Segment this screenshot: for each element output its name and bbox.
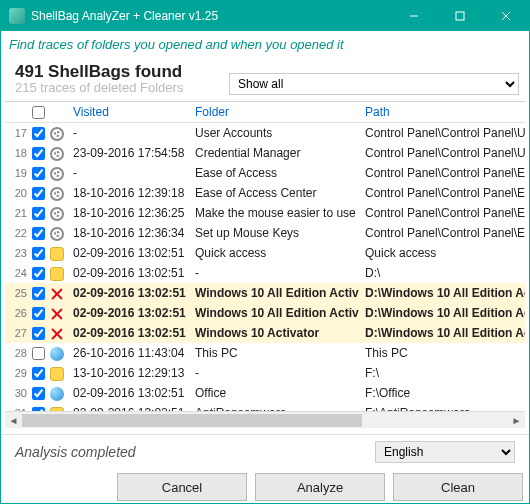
row-folder: Windows 10 All Edition Activator — [189, 303, 359, 323]
row-icon-gear — [47, 203, 67, 223]
shellbags-table: Visited Folder Path 17-User AccountsCont… — [5, 101, 525, 411]
scroll-thumb[interactable] — [22, 414, 362, 427]
table-row[interactable]: 17-User AccountsControl Panel\Control Pa… — [5, 123, 525, 144]
row-number: 31 — [5, 403, 29, 411]
row-number: 29 — [5, 363, 29, 383]
row-number: 26 — [5, 303, 29, 323]
row-path: D:\Windows 10 All Edition Activa — [359, 323, 525, 343]
horizontal-scrollbar[interactable]: ◄ ► — [5, 411, 525, 428]
table-row[interactable]: 2302-09-2016 13:02:51Quick accessQuick a… — [5, 243, 525, 263]
row-number: 28 — [5, 343, 29, 363]
row-folder: User Accounts — [189, 123, 359, 144]
header-number — [5, 102, 29, 123]
row-path: D:\ — [359, 263, 525, 283]
row-icon-yellow — [47, 363, 67, 383]
row-checkbox[interactable] — [29, 383, 47, 403]
window-title: ShellBag AnalyZer + Cleaner v1.25 — [31, 9, 391, 23]
header-visited[interactable]: Visited — [67, 102, 189, 123]
table-row[interactable]: 2602-09-2016 13:02:51Windows 10 All Edit… — [5, 303, 525, 323]
analyze-button[interactable]: Analyze — [255, 473, 385, 501]
table-row[interactable]: 2702-09-2016 13:02:51Windows 10 Activato… — [5, 323, 525, 343]
row-path: Control Panel\Control Panel\Ease — [359, 163, 525, 183]
row-number: 19 — [5, 163, 29, 183]
table-row[interactable]: 2826-10-2016 11:43:04This PCThis PC — [5, 343, 525, 363]
row-checkbox[interactable] — [29, 223, 47, 243]
row-folder: Office — [189, 383, 359, 403]
header-checkbox[interactable] — [29, 102, 47, 123]
subtitle: Find traces of folders you opened and wh… — [1, 31, 529, 62]
row-visited: 18-10-2016 12:39:18 — [67, 183, 189, 203]
table-row[interactable]: 2218-10-2016 12:36:34Set up Mouse KeysCo… — [5, 223, 525, 243]
table-row[interactable]: 3102-09-2016 13:02:51AntiRansomwareF:\An… — [5, 403, 525, 411]
row-visited: 23-09-2016 17:54:58 — [67, 143, 189, 163]
titlebar: ShellBag AnalyZer + Cleaner v1.25 — [1, 1, 529, 31]
scroll-right-arrow[interactable]: ► — [508, 412, 525, 429]
row-checkbox[interactable] — [29, 163, 47, 183]
row-visited: 02-09-2016 13:02:51 — [67, 303, 189, 323]
row-path: D:\Windows 10 All Edition Activa — [359, 303, 525, 323]
table-row[interactable]: 2502-09-2016 13:02:51Windows 10 All Edit… — [5, 283, 525, 303]
row-checkbox[interactable] — [29, 363, 47, 383]
table-row[interactable]: 19-Ease of AccessControl Panel\Control P… — [5, 163, 525, 183]
table-row[interactable]: 2913-10-2016 12:29:13-F:\ — [5, 363, 525, 383]
row-icon-red — [47, 283, 67, 303]
row-visited: 18-10-2016 12:36:34 — [67, 223, 189, 243]
row-path: F:\ — [359, 363, 525, 383]
row-checkbox[interactable] — [29, 303, 47, 323]
header-path[interactable]: Path — [359, 102, 525, 123]
status-text: Analysis completed — [15, 444, 375, 460]
table-row[interactable]: 1823-09-2016 17:54:58Credential ManagerC… — [5, 143, 525, 163]
row-checkbox[interactable] — [29, 123, 47, 144]
row-checkbox[interactable] — [29, 343, 47, 363]
row-number: 30 — [5, 383, 29, 403]
row-checkbox[interactable] — [29, 183, 47, 203]
row-number: 25 — [5, 283, 29, 303]
row-icon-yellow — [47, 263, 67, 283]
close-button[interactable] — [483, 1, 529, 31]
row-checkbox[interactable] — [29, 203, 47, 223]
cancel-button[interactable]: Cancel — [117, 473, 247, 501]
gear-icon — [50, 187, 64, 201]
row-visited: 02-09-2016 13:02:51 — [67, 283, 189, 303]
row-icon-gear — [47, 143, 67, 163]
filter-dropdown[interactable]: Show all — [229, 73, 519, 95]
row-folder: AntiRansomware — [189, 403, 359, 411]
row-checkbox[interactable] — [29, 403, 47, 411]
table-row[interactable]: 2402-09-2016 13:02:51-D:\ — [5, 263, 525, 283]
red-icon — [50, 327, 64, 341]
row-path: Control Panel\Control Panel\User — [359, 143, 525, 163]
row-visited: 02-09-2016 13:02:51 — [67, 243, 189, 263]
row-folder: Ease of Access — [189, 163, 359, 183]
row-number: 20 — [5, 183, 29, 203]
scroll-left-arrow[interactable]: ◄ — [5, 412, 22, 429]
row-visited: 02-09-2016 13:02:51 — [67, 263, 189, 283]
language-dropdown[interactable]: English — [375, 441, 515, 463]
deleted-traces-count: 215 traces of deleted Folders — [15, 80, 229, 95]
row-icon-gear — [47, 123, 67, 144]
table-row[interactable]: 3002-09-2016 13:02:51OfficeF:\Office — [5, 383, 525, 403]
row-icon-red — [47, 303, 67, 323]
row-number: 17 — [5, 123, 29, 144]
row-visited: 18-10-2016 12:36:25 — [67, 203, 189, 223]
row-number: 18 — [5, 143, 29, 163]
red-icon — [50, 307, 64, 321]
gear-icon — [50, 147, 64, 161]
globe-icon — [50, 347, 64, 361]
row-checkbox[interactable] — [29, 323, 47, 343]
table-row[interactable]: 2118-10-2016 12:36:25Make the mouse easi… — [5, 203, 525, 223]
row-checkbox[interactable] — [29, 143, 47, 163]
row-path: F:\AntiRansomware — [359, 403, 525, 411]
summary-row: 491 ShellBags found 215 traces of delete… — [1, 62, 529, 99]
table-row[interactable]: 2018-10-2016 12:39:18Ease of Access Cent… — [5, 183, 525, 203]
clean-button[interactable]: Clean — [393, 473, 523, 501]
maximize-button[interactable] — [437, 1, 483, 31]
scroll-track[interactable] — [22, 412, 508, 429]
row-icon-globe — [47, 383, 67, 403]
row-icon-yellow — [47, 243, 67, 263]
row-checkbox[interactable] — [29, 263, 47, 283]
row-checkbox[interactable] — [29, 243, 47, 263]
row-number: 23 — [5, 243, 29, 263]
minimize-button[interactable] — [391, 1, 437, 31]
header-folder[interactable]: Folder — [189, 102, 359, 123]
row-checkbox[interactable] — [29, 283, 47, 303]
